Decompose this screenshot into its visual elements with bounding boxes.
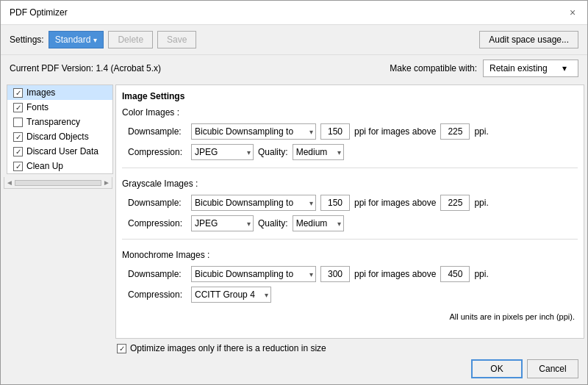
discard-objects-checkbox[interactable] bbox=[13, 132, 23, 142]
mono-compression-select[interactable]: CCITT Group 4 bbox=[191, 287, 271, 303]
sidebar-fonts-label: Fonts bbox=[26, 102, 49, 112]
mono-compression-row: Compression: CCITT Group 4 bbox=[122, 287, 578, 303]
cancel-button[interactable]: Cancel bbox=[527, 359, 578, 378]
mono-compression-label: Compression: bbox=[128, 289, 187, 300]
compatible-row: Current PDF Version: 1.4 (Acrobat 5.x) M… bbox=[1, 55, 587, 82]
make-compatible-label: Make compatible with: bbox=[390, 63, 477, 73]
pdf-optimizer-dialog: PDF Optimizer × Settings: Standard ▾ Del… bbox=[0, 0, 588, 385]
sidebar-scrollbar[interactable]: ◄ ► bbox=[4, 177, 112, 189]
sidebar-transparency-label: Transparency bbox=[26, 117, 80, 127]
color-downsample-row: Downsample: Bicubic Downsampling to ppi … bbox=[122, 123, 578, 140]
color-downsample-label: Downsample: bbox=[128, 126, 187, 137]
color-images-title: Color Images : bbox=[122, 107, 578, 118]
grayscale-images-title: Grayscale Images : bbox=[122, 179, 578, 189]
save-button[interactable]: Save bbox=[157, 31, 196, 48]
sidebar-item-clean-up[interactable]: Clean Up bbox=[7, 159, 112, 173]
settings-dropdown[interactable]: Standard ▾ bbox=[49, 31, 104, 48]
color-ppi-above-input[interactable] bbox=[440, 123, 470, 140]
grayscale-ppi-input[interactable] bbox=[320, 195, 350, 211]
mono-compression-select-wrapper[interactable]: CCITT Group 4 bbox=[191, 287, 271, 303]
dialog-title: PDF Optimizer bbox=[10, 7, 68, 18]
close-button[interactable]: × bbox=[567, 7, 578, 18]
optimize-row: Optimize images only if there is a reduc… bbox=[115, 343, 584, 353]
sidebar-item-transparency[interactable]: Transparency bbox=[7, 115, 112, 129]
retain-dropdown[interactable]: Retain existing ▾ bbox=[483, 60, 578, 77]
grayscale-ppi-unit: ppi. bbox=[474, 198, 488, 208]
settings-dropdown-arrow: ▾ bbox=[93, 36, 97, 44]
grayscale-ppi-above-input[interactable] bbox=[440, 195, 470, 211]
sidebar-item-fonts[interactable]: Fonts bbox=[7, 100, 112, 115]
color-ppi-input[interactable] bbox=[320, 123, 350, 140]
color-quality-select[interactable]: Medium bbox=[293, 144, 344, 160]
mono-ppi-above-label: ppi for images above bbox=[354, 269, 436, 279]
grayscale-downsample-label: Downsample: bbox=[128, 198, 187, 208]
color-ppi-unit: ppi. bbox=[474, 126, 488, 137]
transparency-checkbox[interactable] bbox=[13, 118, 23, 127]
sidebar-discard-objects-label: Discard Objects bbox=[26, 132, 89, 142]
grayscale-downsample-select-wrapper[interactable]: Bicubic Downsampling to bbox=[191, 195, 316, 211]
sidebar-clean-up-label: Clean Up bbox=[26, 161, 63, 171]
image-settings-title: Image Settings bbox=[122, 91, 578, 101]
optimize-checkbox[interactable] bbox=[117, 344, 126, 353]
grayscale-quality-label: Quality: bbox=[258, 218, 288, 229]
mono-downsample-select-wrapper[interactable]: Bicubic Downsampling to bbox=[191, 266, 316, 282]
sidebar-discard-user-data-label: Discard User Data bbox=[26, 146, 98, 156]
grayscale-ppi-above-label: ppi for images above bbox=[354, 198, 436, 208]
mono-ppi-unit: ppi. bbox=[474, 269, 488, 279]
sidebar-item-images[interactable]: Images bbox=[7, 85, 112, 100]
ok-button[interactable]: OK bbox=[471, 359, 523, 378]
retain-value: Retain existing bbox=[490, 63, 548, 73]
grayscale-quality-select-wrapper[interactable]: Medium bbox=[293, 215, 344, 231]
color-compression-select-wrapper[interactable]: JPEG bbox=[191, 144, 254, 160]
separator-2 bbox=[122, 239, 578, 240]
mono-downsample-label: Downsample: bbox=[128, 269, 187, 279]
mono-ppi-input[interactable] bbox=[320, 266, 350, 282]
color-downsample-select[interactable]: Bicubic Downsampling to bbox=[191, 123, 316, 140]
monochrome-images-section: Monochrome Images : Downsample: Bicubic … bbox=[122, 250, 578, 303]
mono-downsample-select[interactable]: Bicubic Downsampling to bbox=[191, 266, 316, 282]
toolbar: Settings: Standard ▾ Delete Save Audit s… bbox=[1, 25, 587, 55]
sidebar-item-discard-objects[interactable]: Discard Objects bbox=[7, 129, 112, 144]
all-units-note: All units are in pixels per inch (ppi). bbox=[122, 307, 578, 323]
grayscale-compression-row: Compression: JPEG Quality: Medium bbox=[122, 215, 578, 231]
color-downsample-select-wrapper[interactable]: Bicubic Downsampling to bbox=[191, 123, 316, 140]
optimize-label: Optimize images only if there is a reduc… bbox=[130, 343, 326, 353]
main-content: Images Fonts Transparency Discard Object… bbox=[1, 82, 587, 356]
retain-arrow: ▾ bbox=[562, 63, 567, 73]
pdf-version-label: Current PDF Version: 1.4 (Acrobat 5.x) bbox=[10, 63, 384, 73]
button-row: OK Cancel bbox=[1, 356, 587, 384]
sidebar-images-label: Images bbox=[26, 87, 55, 98]
mono-ppi-above-input[interactable] bbox=[440, 266, 470, 282]
audit-space-button[interactable]: Audit space usage... bbox=[479, 31, 578, 48]
fonts-checkbox[interactable] bbox=[13, 103, 23, 112]
grayscale-quality-select[interactable]: Medium bbox=[293, 215, 344, 231]
settings-label: Settings: bbox=[10, 35, 44, 45]
color-compression-label: Compression: bbox=[128, 147, 187, 157]
color-quality-select-wrapper[interactable]: Medium bbox=[293, 144, 344, 160]
content-area: Image Settings Color Images : Downsample… bbox=[115, 84, 584, 339]
sidebar: Images Fonts Transparency Discard Object… bbox=[7, 84, 113, 174]
sidebar-item-discard-user-data[interactable]: Discard User Data bbox=[7, 144, 112, 159]
color-ppi-above-label: ppi for images above bbox=[354, 126, 436, 137]
color-compression-row: Compression: JPEG Quality: Medium bbox=[122, 144, 578, 160]
clean-up-checkbox[interactable] bbox=[13, 162, 23, 171]
grayscale-downsample-select[interactable]: Bicubic Downsampling to bbox=[191, 195, 316, 211]
delete-button[interactable]: Delete bbox=[108, 31, 153, 48]
color-quality-label: Quality: bbox=[258, 147, 288, 157]
mono-downsample-row: Downsample: Bicubic Downsampling to ppi … bbox=[122, 266, 578, 282]
grayscale-compression-select[interactable]: JPEG bbox=[191, 215, 254, 231]
grayscale-compression-select-wrapper[interactable]: JPEG bbox=[191, 215, 254, 231]
color-images-section: Color Images : Downsample: Bicubic Downs… bbox=[122, 107, 578, 160]
discard-user-data-checkbox[interactable] bbox=[13, 147, 23, 156]
images-checkbox[interactable] bbox=[13, 88, 23, 98]
grayscale-images-section: Grayscale Images : Downsample: Bicubic D… bbox=[122, 179, 578, 231]
title-bar: PDF Optimizer × bbox=[1, 1, 587, 25]
separator-1 bbox=[122, 168, 578, 168]
compatible-right: Make compatible with: Retain existing ▾ bbox=[390, 60, 578, 77]
monochrome-images-title: Monochrome Images : bbox=[122, 250, 578, 260]
color-compression-select[interactable]: JPEG bbox=[191, 144, 254, 160]
grayscale-compression-label: Compression: bbox=[128, 218, 187, 229]
grayscale-downsample-row: Downsample: Bicubic Downsampling to ppi … bbox=[122, 195, 578, 211]
